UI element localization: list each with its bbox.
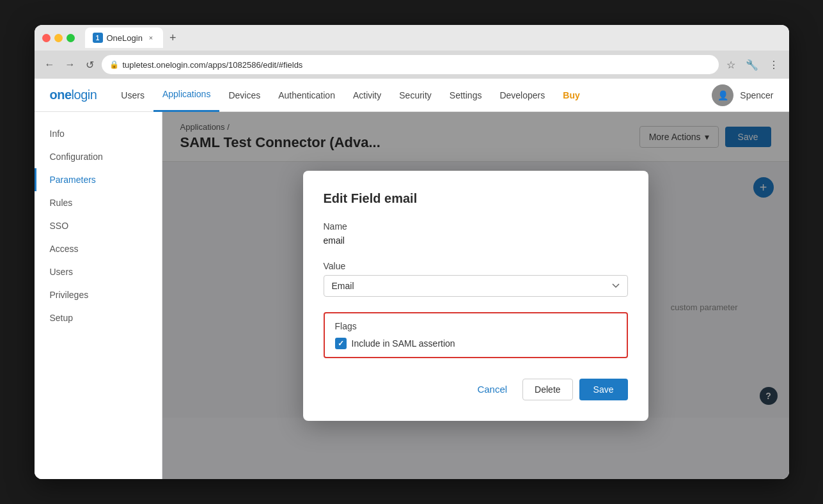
sidebar: Info Configuration Parameters Rules SSO … xyxy=(35,112,162,479)
value-select[interactable]: Email First Name Last Name Username Phon… xyxy=(324,275,628,297)
value-label: Value xyxy=(324,261,628,271)
top-nav: onelogin Users Applications Devices Auth… xyxy=(35,79,789,112)
url-bar[interactable]: 🔒 tupletest.onelogin.com/apps/1082586/ed… xyxy=(102,55,719,74)
nav-right: 👤 Spencer xyxy=(712,84,773,106)
sidebar-item-configuration[interactable]: Configuration xyxy=(35,145,162,168)
sidebar-item-setup[interactable]: Setup xyxy=(35,306,162,329)
page-layout: Info Configuration Parameters Rules SSO … xyxy=(35,112,789,479)
sidebar-item-info[interactable]: Info xyxy=(35,122,162,145)
tab-favicon: 1 xyxy=(93,33,103,43)
nav-item-settings[interactable]: Settings xyxy=(441,79,491,112)
maximize-window-button[interactable] xyxy=(67,34,75,42)
checkbox-label: Include in SAML assertion xyxy=(352,338,455,349)
nav-item-authentication[interactable]: Authentication xyxy=(269,79,344,112)
name-label: Name xyxy=(324,221,628,232)
title-bar: 1 OneLogin × + xyxy=(35,25,789,51)
cancel-button[interactable]: Cancel xyxy=(468,379,516,400)
bookmark-button[interactable]: ☆ xyxy=(724,56,738,74)
modal-actions: Cancel Delete Save xyxy=(324,379,628,400)
avatar: 👤 xyxy=(712,84,733,106)
back-button[interactable]: ← xyxy=(42,56,58,73)
browser-window: 1 OneLogin × + ← → ↺ 🔒 tupletest.onelogi… xyxy=(35,25,789,479)
url-text: tupletest.onelogin.com/apps/1082586/edit… xyxy=(123,60,303,70)
flags-label: Flags xyxy=(335,321,616,331)
tab-title: OneLogin xyxy=(107,33,143,43)
nav-item-applications[interactable]: Applications xyxy=(153,79,220,112)
checkbox-row: Include in SAML assertion xyxy=(335,338,616,349)
app-content: onelogin Users Applications Devices Auth… xyxy=(35,79,789,479)
name-section: Name email xyxy=(324,221,628,246)
forward-button[interactable]: → xyxy=(63,56,78,73)
nav-item-devices[interactable]: Devices xyxy=(219,79,269,112)
edit-field-modal: Edit Field email Name email Value Email … xyxy=(303,171,648,421)
sidebar-item-parameters[interactable]: Parameters xyxy=(35,168,162,191)
address-bar-actions: ☆ 🔧 ⋮ xyxy=(724,56,781,74)
nav-item-users[interactable]: Users xyxy=(112,79,153,112)
minimize-window-button[interactable] xyxy=(54,34,63,42)
value-section: Value Email First Name Last Name Usernam… xyxy=(324,261,628,297)
extension-button[interactable]: 🔧 xyxy=(743,56,761,74)
name-value: email xyxy=(324,235,628,246)
include-saml-checkbox[interactable] xyxy=(335,338,347,349)
lock-icon: 🔒 xyxy=(109,60,119,69)
tab-close-button[interactable]: × xyxy=(146,33,155,42)
sidebar-item-sso[interactable]: SSO xyxy=(35,214,162,237)
new-tab-button[interactable]: + xyxy=(166,30,180,46)
flags-section: Flags Include in SAML assertion xyxy=(324,312,628,358)
tab-bar: 1 OneLogin × + xyxy=(85,28,781,48)
sidebar-item-rules[interactable]: Rules xyxy=(35,191,162,214)
sidebar-item-privileges[interactable]: Privileges xyxy=(35,283,162,306)
traffic-lights xyxy=(42,34,75,42)
delete-button[interactable]: Delete xyxy=(522,379,572,400)
more-button[interactable]: ⋮ xyxy=(766,56,781,74)
nav-items: Users Applications Devices Authenticatio… xyxy=(112,79,712,112)
logo: onelogin xyxy=(50,88,97,102)
modal-save-button[interactable]: Save xyxy=(579,379,628,400)
nav-item-buy[interactable]: Buy xyxy=(554,79,588,112)
close-window-button[interactable] xyxy=(42,34,51,42)
modal-overlay: Edit Field email Name email Value Email … xyxy=(162,112,789,479)
nav-item-activity[interactable]: Activity xyxy=(344,79,390,112)
modal-title: Edit Field email xyxy=(324,191,628,206)
sidebar-item-access[interactable]: Access xyxy=(35,237,162,260)
user-name: Spencer xyxy=(740,90,773,100)
browser-tab-active[interactable]: 1 OneLogin × xyxy=(85,28,163,48)
main-content: Applications / SAML Test Connector (Adva… xyxy=(162,112,789,479)
nav-item-security[interactable]: Security xyxy=(390,79,441,112)
reload-button[interactable]: ↺ xyxy=(83,56,97,74)
nav-item-developers[interactable]: Developers xyxy=(490,79,554,112)
address-bar: ← → ↺ 🔒 tupletest.onelogin.com/apps/1082… xyxy=(35,51,789,79)
sidebar-item-users[interactable]: Users xyxy=(35,260,162,283)
